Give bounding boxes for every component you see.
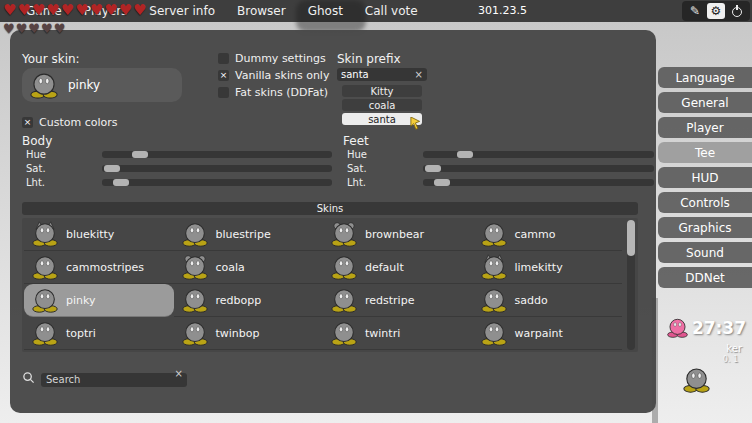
system-icons: ✎ ⚙	[682, 1, 750, 21]
tab-sound[interactable]: Sound	[658, 242, 752, 263]
body-sliders: HueSat.Lht.	[22, 148, 332, 190]
checkbox-box	[218, 87, 229, 98]
slider-handle[interactable]	[132, 151, 148, 158]
armor-heart-icon: ♥	[3, 21, 15, 37]
checkbox-label: Vanilla skins only	[235, 69, 329, 82]
tab-ddnet[interactable]: DDNet	[658, 267, 752, 288]
armor-hearts: ♥♥♥♥♥	[3, 21, 66, 37]
checkbox-label: Fat skins (DDFat)	[235, 86, 328, 99]
editor-pencil-icon[interactable]: ✎	[686, 3, 704, 19]
skins-header: Skins	[22, 202, 638, 215]
counter-text: 301.23.5	[478, 4, 527, 17]
skin-name: saddo	[515, 294, 548, 307]
settings-panel: Your skin: pinky Dummy settings×Vanilla …	[10, 30, 656, 413]
skin-item-brownbear[interactable]: brownbear	[323, 218, 473, 251]
slider-rail[interactable]	[102, 151, 332, 158]
tab-language[interactable]: Language	[658, 67, 752, 88]
skin-item-toptri[interactable]: toptri	[24, 317, 174, 350]
menu-item-server-info[interactable]: Server info	[149, 4, 215, 18]
scrollbar-handle[interactable]	[627, 220, 635, 256]
skin-item-bluestripe[interactable]: bluestripe	[174, 218, 324, 251]
armor-heart-icon: ♥	[41, 21, 53, 37]
skin-item-bluekitty[interactable]: bluekitty	[24, 218, 174, 251]
tab-tee[interactable]: Tee	[658, 142, 752, 163]
slider-rail[interactable]	[102, 179, 332, 186]
current-skin-button[interactable]: pinky	[22, 68, 182, 102]
tee-avatar	[32, 287, 58, 313]
skin-item-default[interactable]: default	[323, 251, 473, 284]
armor-heart-icon: ♥	[54, 21, 66, 37]
tee-avatar	[481, 287, 507, 313]
prefix-option-kitty[interactable]: Kitty	[342, 85, 422, 97]
slider-handle[interactable]	[434, 179, 450, 186]
skin-item-twintri[interactable]: twintri	[323, 317, 473, 350]
heart-icon: ♥	[133, 1, 146, 19]
menu-item-browser[interactable]: Browser	[237, 4, 286, 18]
checkbox-box: ×	[22, 117, 33, 128]
skin-item-limekitty[interactable]: limekitty	[473, 251, 623, 284]
slider-rail[interactable]	[102, 165, 332, 172]
nameplate-fragment: ker	[726, 343, 742, 354]
feet-lht-slider: Lht.	[343, 176, 654, 190]
current-skin-name: pinky	[68, 78, 100, 92]
armor-heart-icon: ♥	[16, 21, 28, 37]
prefix-clear-button[interactable]: ×	[415, 70, 423, 80]
heart-icon: ♥	[32, 1, 45, 19]
skin-item-twinbop[interactable]: twinbop	[174, 317, 324, 350]
menu-item-call-vote[interactable]: Call vote	[365, 4, 418, 18]
skin-item-pinky[interactable]: pinky	[24, 284, 174, 317]
tee-avatar	[32, 221, 58, 247]
skin-item-coala[interactable]: coala	[174, 251, 324, 284]
slider-rail[interactable]	[423, 151, 654, 158]
custom-colors-wrap: ×Custom colors	[22, 116, 117, 129]
search-input[interactable]	[41, 373, 187, 387]
body-sat-slider: Sat.	[22, 162, 332, 176]
skin-name: bluestripe	[216, 228, 271, 241]
power-icon[interactable]	[728, 3, 746, 19]
skin-item-redstripe[interactable]: redstripe	[323, 284, 473, 317]
menu-item-ghost[interactable]: Ghost	[308, 4, 343, 18]
skin-item-warpaint[interactable]: warpaint	[473, 317, 623, 350]
search-clear-button[interactable]: ×	[175, 369, 183, 379]
tab-hud[interactable]: HUD	[658, 167, 752, 188]
skin-name: brownbear	[365, 228, 424, 241]
slider-label: Lht.	[26, 177, 45, 188]
tee-avatar	[32, 254, 58, 280]
skin-item-cammostripes[interactable]: cammostripes	[24, 251, 174, 284]
tab-controls[interactable]: Controls	[658, 192, 752, 213]
your-skin-label: Your skin:	[22, 52, 80, 66]
skins-scrollbar[interactable]	[627, 220, 635, 350]
heart-icon: ♥	[17, 1, 30, 19]
skin-name: cammostripes	[66, 261, 144, 274]
tee-avatar	[182, 221, 208, 247]
skin-item-redbopp[interactable]: redbopp	[174, 284, 324, 317]
slider-label: Sat.	[347, 163, 367, 174]
checkbox-custom-colors[interactable]: ×Custom colors	[22, 116, 117, 129]
armor-heart-icon: ♥	[28, 21, 40, 37]
checkbox-dummy-settings[interactable]: Dummy settings	[218, 52, 329, 65]
tab-player[interactable]: Player	[658, 117, 752, 138]
search-icon	[22, 371, 35, 384]
checkbox-vanilla-skins-only[interactable]: ×Vanilla skins only	[218, 69, 329, 82]
checkbox-label: Custom colors	[39, 116, 117, 129]
tab-graphics[interactable]: Graphics	[658, 217, 752, 238]
skin-name: default	[365, 261, 404, 274]
heart-icon: ♥	[104, 1, 117, 19]
slider-handle[interactable]	[104, 165, 120, 172]
slider-handle[interactable]	[113, 179, 129, 186]
skins-list: bluekitty bluestripe brownbear cammo cam…	[22, 218, 638, 352]
skin-prefix-field[interactable]: santa ×	[337, 68, 427, 81]
skin-name: bluekitty	[66, 228, 114, 241]
slider-rail[interactable]	[423, 179, 654, 186]
skin-item-cammo[interactable]: cammo	[473, 218, 623, 251]
slider-rail[interactable]	[423, 165, 654, 172]
prefix-option-coala[interactable]: coala	[342, 99, 422, 111]
slider-handle[interactable]	[425, 165, 441, 172]
checkbox-fat-skins[interactable]: Fat skins (DDFat)	[218, 86, 329, 99]
checkbox-column: Dummy settings×Vanilla skins onlyFat ski…	[218, 52, 329, 99]
prefix-option-santa[interactable]: santa	[342, 113, 422, 125]
tab-general[interactable]: General	[658, 92, 752, 113]
settings-gear-icon[interactable]: ⚙	[707, 3, 725, 19]
slider-handle[interactable]	[457, 151, 473, 158]
skin-item-saddo[interactable]: saddo	[473, 284, 623, 317]
